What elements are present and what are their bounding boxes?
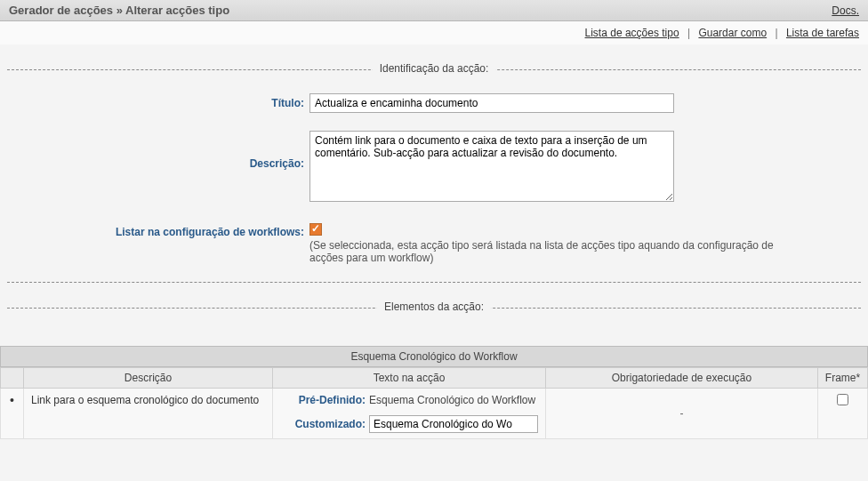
list-workflow-label: Listar na configuração de workflows: (7, 222, 309, 238)
custom-label: Customizado: (280, 418, 369, 430)
title-label: Título: (7, 93, 309, 109)
description-row: Descrição: (7, 131, 861, 204)
col-frame: Frame* (818, 367, 868, 388)
row-frame (818, 388, 868, 438)
list-workflow-checkbox[interactable] (309, 223, 322, 236)
title-input[interactable] (309, 93, 674, 113)
header-bar: Gerador de acções » Alterar acções tipo … (0, 0, 868, 21)
separator: | (775, 27, 777, 39)
row-bullet: • (1, 388, 24, 438)
list-workflow-row: Listar na configuração de workflows: (Se… (7, 222, 861, 264)
col-description: Descrição (24, 367, 273, 388)
description-textarea[interactable] (309, 131, 674, 202)
table-row: • Link para o esquema cronológico do doc… (1, 388, 868, 438)
separator: | (687, 27, 690, 39)
row-description: Link para o esquema cronológico do docum… (24, 388, 273, 438)
task-list-link[interactable]: Lista de tarefas (786, 27, 859, 39)
row-action-text: Pré-Definido: Esquema Cronológico do Wor… (273, 388, 546, 438)
elements-legend: Elementos da acção: (377, 301, 491, 313)
mandatory-value: - (680, 407, 684, 420)
frame-checkbox[interactable] (837, 394, 848, 405)
elements-fieldset: Elementos da acção: (7, 308, 861, 325)
identification-fieldset: Identificação da acção: Título: Descriçã… (7, 69, 861, 283)
identification-legend: Identificação da acção: (373, 62, 496, 75)
predef-value: Esquema Cronológico do Workflow (369, 394, 538, 406)
col-action-text: Texto na acção (273, 367, 546, 388)
page-title: Gerador de acções » Alterar acções tipo (9, 4, 229, 17)
custom-input[interactable] (369, 415, 538, 433)
col-mandatory: Obrigatoriedade de execução (546, 367, 818, 388)
elements-table: Descrição Texto na acção Obrigatoriedade… (0, 367, 868, 439)
table-section-header: Esquema Cronológico do Workflow (0, 346, 868, 367)
list-workflow-help: (Se seleccionada, esta acção tipo será l… (309, 239, 808, 264)
predef-label: Pré-Definido: (280, 394, 369, 406)
save-as-link[interactable]: Guardar como (698, 27, 767, 39)
col-bullet (1, 367, 24, 388)
docs-link[interactable]: Docs. (832, 4, 859, 17)
list-action-types-link[interactable]: Lista de acções tipo (585, 27, 679, 39)
title-row: Título: (7, 93, 861, 113)
description-label: Descrição: (7, 131, 309, 170)
toolbar: Lista de acções tipo | Guardar como | Li… (0, 21, 868, 44)
row-mandatory: - (546, 388, 818, 438)
